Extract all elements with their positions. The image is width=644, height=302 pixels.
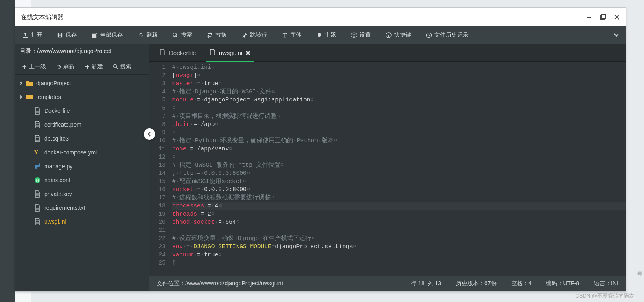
encoding-setting[interactable]: 编码：UTF-8 <box>546 280 579 287</box>
sidebar-refresh-button[interactable]: 刷新 <box>52 59 79 74</box>
cursor-position[interactable]: 行 18 ,列 13 <box>411 280 441 287</box>
svg-text:i: i <box>388 33 389 37</box>
chevron-right-icon <box>18 94 24 100</box>
file-item[interactable]: Nnginx.conf <box>15 173 149 187</box>
tree-item-label: private.key <box>44 191 72 197</box>
maximize-button[interactable] <box>600 14 606 20</box>
file-icon <box>34 218 41 225</box>
file-icon <box>34 204 41 212</box>
file-item[interactable]: Dockerfile <box>15 104 149 118</box>
save-all-button[interactable]: 全部保存 <box>84 26 130 44</box>
plus-icon <box>84 64 90 70</box>
save-all-icon <box>92 32 98 38</box>
yml-icon: Y <box>34 149 41 156</box>
close-button[interactable] <box>613 14 620 20</box>
file-icon <box>34 135 41 142</box>
history-version[interactable]: 历史版本：67份 <box>456 280 497 287</box>
new-button[interactable]: 新建 <box>80 59 107 74</box>
current-path: 目录：/www/wwwroot/djangoProject <box>15 44 149 59</box>
folder-icon <box>26 79 33 87</box>
replace-button[interactable]: 替换 <box>199 26 234 44</box>
code-content[interactable]: #·uwsgi.ini¤[uwsgi]¤master·=·true¤#·指定·D… <box>170 62 626 276</box>
settings-button[interactable]: 设置 <box>344 26 378 44</box>
theme-button[interactable]: 主题 <box>309 26 344 44</box>
editor-column: Dockerfileuwsgi.ini 12345678910111213141… <box>149 44 626 291</box>
file-item[interactable]: uwsgi.ini <box>15 215 149 229</box>
file-item[interactable]: requirements.txt <box>15 201 149 215</box>
clock-icon <box>426 32 432 38</box>
tree-item-label: requirements.txt <box>44 205 85 211</box>
goto-button[interactable]: 跳转行 <box>234 26 274 44</box>
info-icon: i <box>386 32 392 38</box>
tree-item-label: certificate.pem <box>44 121 81 128</box>
file-item[interactable]: private.key <box>15 187 149 201</box>
folder-icon <box>26 93 33 101</box>
editor-tabs: Dockerfileuwsgi.ini <box>149 44 626 62</box>
save-icon <box>57 32 63 38</box>
toolbar-more-button[interactable] <box>607 26 626 44</box>
file-item[interactable]: certificate.pem <box>15 118 149 132</box>
chevron-right-icon <box>18 80 24 86</box>
tab-label: Dockerfile <box>169 49 196 56</box>
replace-icon <box>207 32 213 38</box>
tree-item-label: templates <box>36 94 61 100</box>
font-button[interactable]: 字体 <box>274 26 309 44</box>
file-item[interactable]: manage.py <box>15 159 149 173</box>
svg-line-6 <box>176 36 177 37</box>
svg-text:N: N <box>36 179 39 183</box>
folder-item[interactable]: templates <box>15 90 149 104</box>
indent-setting[interactable]: 空格：4 <box>511 280 532 287</box>
save-button[interactable]: 保存 <box>50 26 84 44</box>
history-button[interactable]: 文件历史记录 <box>418 26 476 44</box>
minimize-button[interactable] <box>586 14 592 20</box>
file-icon <box>34 107 41 115</box>
shortcut-button[interactable]: i快捷键 <box>378 26 418 44</box>
code-editor[interactable]: 1234567891011121314151617181920212223242… <box>149 62 626 276</box>
sidebar-search-button[interactable]: 搜索 <box>109 59 136 74</box>
tab-dockerfile[interactable]: Dockerfile <box>153 44 203 61</box>
open-button[interactable]: 打开 <box>15 26 50 44</box>
svg-text:Y: Y <box>34 150 38 156</box>
refresh-icon <box>56 64 61 70</box>
tab-uwsgi-ini[interactable]: uwsgi.ini <box>203 44 258 61</box>
language-setting[interactable]: 语言：INI <box>594 280 618 287</box>
font-icon <box>282 32 288 38</box>
refresh-button[interactable]: 刷新 <box>130 26 165 44</box>
file-path-value: /www/wwwroot/djangoProject/uwsgi.ini <box>185 280 283 287</box>
py-icon <box>34 163 41 170</box>
up-button[interactable]: 上一级 <box>18 59 50 74</box>
theme-icon <box>316 32 322 38</box>
svg-point-5 <box>173 33 176 36</box>
file-icon <box>159 49 166 57</box>
file-path-label: 文件位置： <box>157 280 185 287</box>
titlebar: 在线文本编辑器 <box>15 8 626 26</box>
refresh-icon <box>138 32 144 38</box>
pin-icon <box>241 32 248 38</box>
tree-item-label: manage.py <box>44 163 72 170</box>
main-toolbar: 打开 保存 全部保存 刷新 搜索 替换 跳转行 字体 主题 设置 i快捷键 文件… <box>15 26 626 44</box>
search-button[interactable]: 搜索 <box>165 26 199 44</box>
window-title: 在线文本编辑器 <box>21 13 586 21</box>
file-item[interactable]: Ydocker-compose.yml <box>15 145 149 159</box>
tree-item-label: nginx.conf <box>44 177 70 183</box>
tree-item-label: djangoProject <box>36 80 71 86</box>
tree-item-label: docker-compose.yml <box>44 149 97 156</box>
file-item[interactable]: db.sqlite3 <box>15 132 149 145</box>
file-icon <box>209 49 216 57</box>
tree-item-label: db.sqlite3 <box>44 135 69 142</box>
collapse-sidebar-button[interactable] <box>144 128 155 140</box>
gear-icon <box>351 32 357 38</box>
line-gutter: 1234567891011121314151617181920212223242… <box>149 62 170 276</box>
svg-point-10 <box>114 64 117 68</box>
search-icon <box>113 64 118 70</box>
svg-point-13 <box>37 164 37 165</box>
folder-item[interactable]: djangoProject <box>15 76 149 90</box>
file-icon <box>34 121 41 128</box>
tab-label: uwsgi.ini <box>219 49 243 56</box>
file-icon <box>34 190 41 198</box>
cut-off-text: 每 <box>635 257 644 277</box>
close-icon[interactable] <box>245 50 251 55</box>
editor-window: 在线文本编辑器 打开 保存 全部保存 刷新 搜索 替换 跳转行 字体 主题 设置… <box>15 7 626 292</box>
nginx-icon: N <box>34 176 41 184</box>
tree-item-label: Dockerfile <box>44 108 70 114</box>
